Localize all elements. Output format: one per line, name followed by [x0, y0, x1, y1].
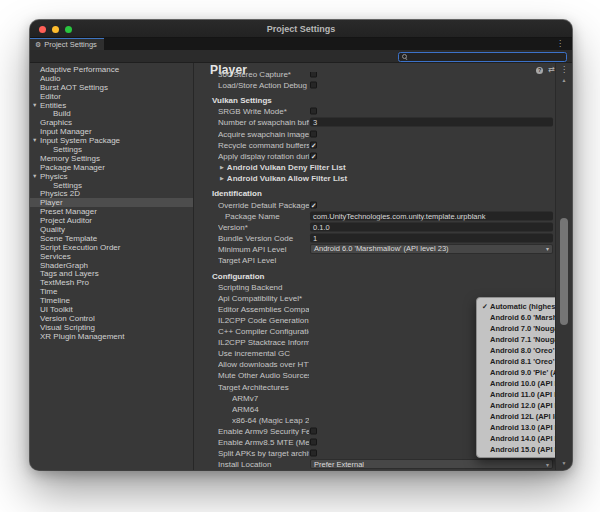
- checkbox[interactable]: [310, 81, 317, 88]
- sidebar-item-burst-aot-settings[interactable]: Burst AOT Settings: [30, 83, 193, 92]
- sidebar-item-physics-2d[interactable]: Physics 2D: [30, 189, 193, 198]
- dropdown[interactable]: Prefer External▾: [310, 459, 553, 469]
- maximize-button[interactable]: [65, 26, 72, 33]
- sidebar-item-package-manager[interactable]: Package Manager: [30, 163, 193, 172]
- menu-item-android-6-0-marshmallow-api-level-23[interactable]: Android 6.0 'Marshmallow' (API level 23): [477, 312, 555, 323]
- scroll-up-icon[interactable]: ▲: [556, 77, 572, 83]
- foldout-open-icon[interactable]: ▼: [32, 102, 37, 108]
- checkbox[interactable]: [310, 450, 317, 457]
- menu-item-label: Automatic (highest installed): [490, 302, 555, 311]
- tab-label: Project Settings: [44, 40, 97, 49]
- foldout-row[interactable]: ▶Android Vulkan Allow Filter List: [220, 173, 347, 182]
- tab-menu-kebab-icon[interactable]: ⋮: [556, 38, 564, 50]
- menu-item-android-7-0-nougat-api-level-24[interactable]: Android 7.0 'Nougat' (API level 24): [477, 323, 555, 334]
- foldout-row[interactable]: ▶Android Vulkan Deny Filter List: [220, 162, 346, 171]
- sidebar-item-settings[interactable]: Settings: [30, 145, 193, 154]
- sidebar-item-label: Physics 2D: [40, 189, 80, 198]
- sidebar-item-label: Version Control: [40, 314, 95, 323]
- sidebar-item-services[interactable]: Services: [30, 252, 193, 261]
- foldout-closed-icon[interactable]: ▶: [220, 175, 224, 181]
- sidebar-item-adaptive-performance[interactable]: Adaptive Performance: [30, 65, 193, 74]
- sidebar-item-textmesh-pro[interactable]: TextMesh Pro: [30, 278, 193, 287]
- sidebar-item-ui-toolkit[interactable]: UI Toolkit: [30, 305, 193, 314]
- checkbox[interactable]: [310, 439, 317, 446]
- tab-bar: ⚙ Project Settings ⋮: [30, 38, 572, 50]
- sidebar-item-label: Services: [40, 252, 71, 261]
- sidebar-item-script-execution-order[interactable]: Script Execution Order: [30, 243, 193, 252]
- text-field[interactable]: 1: [310, 233, 553, 242]
- menu-item-android-10-0-api-level-29[interactable]: Android 10.0 (API level 29): [477, 378, 555, 389]
- setting-value: 1: [310, 233, 553, 242]
- text-field[interactable]: 0.1.0: [310, 222, 553, 231]
- menu-item-android-8-1-oreo-api-level-27[interactable]: Android 8.1 'Oreo' (API level 27): [477, 356, 555, 367]
- sidebar-item-time[interactable]: Time: [30, 287, 193, 296]
- menu-item-automatic-highest-installed[interactable]: ✓Automatic (highest installed): [477, 301, 555, 312]
- sidebar-item-label: Adaptive Performance: [40, 65, 119, 74]
- sidebar-item-project-auditor[interactable]: Project Auditor: [30, 216, 193, 225]
- menu-item-android-7-1-nougat-api-level-25[interactable]: Android 7.1 'Nougat' (API level 25): [477, 334, 555, 345]
- menu-item-android-9-0-pie-api-level-28[interactable]: Android 9.0 'Pie' (API level 28): [477, 367, 555, 378]
- sidebar-item-input-manager[interactable]: Input Manager: [30, 127, 193, 136]
- sidebar-item-memory-settings[interactable]: Memory Settings: [30, 154, 193, 163]
- preset-icon[interactable]: ⇄: [548, 66, 555, 74]
- sidebar-item-visual-scripting[interactable]: Visual Scripting: [30, 323, 193, 332]
- sidebar-item-quality[interactable]: Quality: [30, 225, 193, 234]
- setting-label: Recycle command buffers*: [218, 140, 309, 149]
- search-field[interactable]: [398, 52, 567, 62]
- menu-item-android-15-0-api-level-35[interactable]: Android 15.0 (API level 35): [477, 444, 555, 455]
- setting-value: 0.1.0: [310, 222, 553, 231]
- sidebar-item-editor[interactable]: Editor: [30, 92, 193, 101]
- sidebar-item-entities[interactable]: ▼Entities: [30, 101, 193, 110]
- close-button[interactable]: [39, 26, 46, 33]
- sidebar-item-version-control[interactable]: Version Control: [30, 314, 193, 323]
- sidebar-item-tags-and-layers[interactable]: Tags and Layers: [30, 269, 193, 278]
- help-icon[interactable]: ?: [536, 67, 543, 74]
- scrollbar[interactable]: ▲ ▼: [555, 63, 572, 470]
- minimize-button[interactable]: [52, 26, 59, 33]
- setting-label: 360 Stereo Capture*: [218, 72, 309, 78]
- checkbox[interactable]: ✓: [310, 152, 317, 159]
- setting-label: ARMv7: [232, 393, 309, 402]
- checkbox[interactable]: [310, 72, 317, 77]
- more-kebab-icon[interactable]: ⋮: [560, 66, 568, 74]
- settings-row-target-api-level: Target API Level: [194, 255, 555, 266]
- scrollbar-thumb[interactable]: [560, 218, 568, 325]
- settings-row-bundle-version-code: Bundle Version Code1: [194, 232, 555, 243]
- scroll-down-icon[interactable]: ▼: [556, 460, 572, 466]
- sidebar-item-settings[interactable]: Settings: [30, 181, 193, 190]
- dropdown[interactable]: Android 6.0 'Marshmallow' (API level 23)…: [310, 244, 553, 254]
- sidebar-item-physics[interactable]: ▼Physics: [30, 172, 193, 181]
- sidebar-item-audio[interactable]: Audio: [30, 74, 193, 83]
- sidebar-item-build[interactable]: Build: [30, 109, 193, 118]
- menu-item-android-14-0-api-level-34[interactable]: Android 14.0 (API level 34): [477, 433, 555, 444]
- checkbox[interactable]: [310, 108, 317, 115]
- sidebar-item-shadergraph[interactable]: ShaderGraph: [30, 261, 193, 270]
- foldout-open-icon[interactable]: ▼: [32, 173, 37, 179]
- sidebar-item-scene-template[interactable]: Scene Template: [30, 234, 193, 243]
- foldout-open-icon[interactable]: ▼: [32, 137, 37, 143]
- menu-item-android-13-0-api-level-33[interactable]: Android 13.0 (API level 33): [477, 422, 555, 433]
- sidebar-item-graphics[interactable]: Graphics: [30, 118, 193, 127]
- text-field[interactable]: com.UnityTechnologies.com.unity.template…: [310, 211, 553, 220]
- sidebar-item-input-system-package[interactable]: ▼Input System Package: [30, 136, 193, 145]
- sidebar-item-player[interactable]: Player: [30, 198, 193, 207]
- titlebar[interactable]: Project Settings: [30, 20, 572, 38]
- menu-item-android-12-0-api-level-31[interactable]: Android 12.0 (API level 31): [477, 400, 555, 411]
- sidebar-item-preset-manager[interactable]: Preset Manager: [30, 207, 193, 216]
- foldout-closed-icon[interactable]: ▶: [220, 164, 224, 170]
- sidebar-item-label: Scene Template: [40, 234, 97, 243]
- tab-project-settings[interactable]: ⚙ Project Settings: [30, 38, 104, 50]
- checkbox[interactable]: [310, 130, 317, 137]
- checkbox[interactable]: ✓: [310, 201, 317, 208]
- checkbox[interactable]: [310, 427, 317, 434]
- menu-item-android-12l-api-level-32[interactable]: Android 12L (API level 32): [477, 411, 555, 422]
- setting-label: Scripting Backend: [218, 282, 309, 291]
- menu-item-android-11-0-api-level-30[interactable]: Android 11.0 (API level 30): [477, 389, 555, 400]
- checkbox[interactable]: ✓: [310, 141, 317, 148]
- settings-sidebar[interactable]: Adaptive PerformanceAudioBurst AOT Setti…: [30, 63, 194, 470]
- sidebar-item-xr-plugin-management[interactable]: XR Plugin Management: [30, 332, 193, 341]
- sidebar-item-timeline[interactable]: Timeline: [30, 296, 193, 305]
- search-input[interactable]: [410, 53, 566, 61]
- text-field[interactable]: 3: [310, 118, 553, 127]
- menu-item-android-8-0-oreo-api-level-26[interactable]: Android 8.0 'Oreo' (API level 26): [477, 345, 555, 356]
